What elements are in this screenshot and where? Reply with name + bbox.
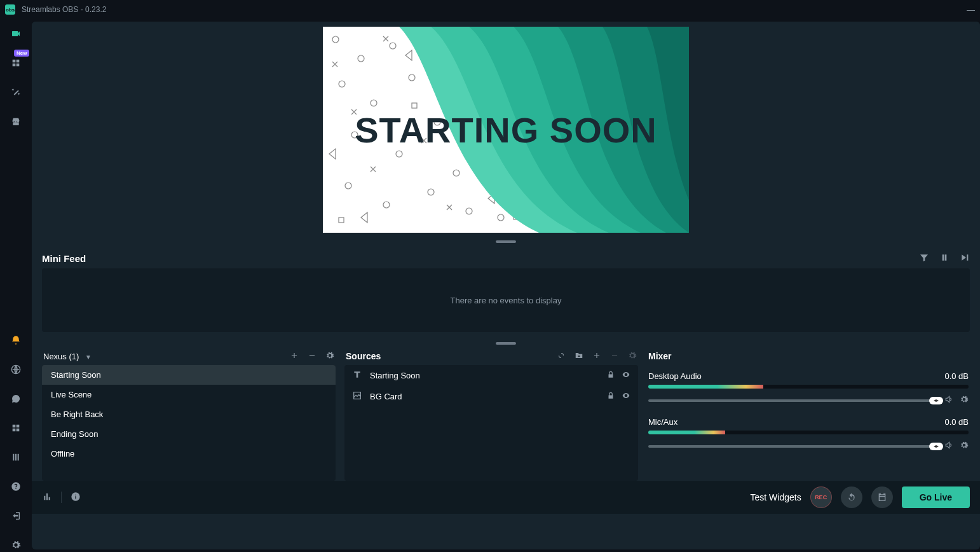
- scene-settings-icon[interactable]: [325, 351, 334, 362]
- scene-collection-dropdown[interactable]: Nexus (1) ▼: [43, 352, 92, 361]
- scene-item[interactable]: Be Right Back: [42, 404, 336, 424]
- mixer-channel: Mic/Aux0.0 dB◂▸: [647, 417, 970, 452]
- mixer-list: Desktop Audio0.0 dB◂▸Mic/Aux0.0 dB◂▸: [647, 365, 970, 463]
- nav-help-icon[interactable]: [9, 480, 23, 493]
- source-folder-icon[interactable]: [575, 351, 583, 362]
- go-live-button[interactable]: Go Live: [902, 486, 970, 508]
- mixer-settings-icon[interactable]: [960, 395, 969, 406]
- nav-apps-icon[interactable]: [9, 421, 23, 435]
- window-minimize-icon[interactable]: ―: [967, 5, 975, 15]
- source-label: Starting Soon: [370, 371, 420, 380]
- stats-icon[interactable]: [42, 492, 52, 504]
- source-type-icon: [352, 369, 362, 382]
- mini-feed-empty-text: There are no events to display: [451, 296, 562, 305]
- mixer-settings-icon[interactable]: [960, 441, 969, 452]
- schedule-button[interactable]: [871, 486, 893, 508]
- info-icon[interactable]: [71, 492, 81, 504]
- mixer-channel-name: Desktop Audio: [648, 371, 702, 381]
- chevron-down-icon: ▼: [85, 354, 92, 361]
- titlebar: obs Streamlabs OBS - 0.23.2 ―: [0, 0, 980, 19]
- app-logo-icon: obs: [5, 4, 15, 15]
- source-lock-icon[interactable]: [606, 391, 615, 402]
- mixer-volume-slider[interactable]: ◂▸: [648, 399, 938, 402]
- mixer-channel-db: 0.0 dB: [944, 371, 969, 381]
- scenes-panel: Nexus (1) ▼ Starting SoonLive SceneBe Ri…: [42, 347, 336, 481]
- mini-feed-panel: Mini Feed There are no events to display: [32, 245, 980, 340]
- nav-editor-icon[interactable]: [9, 27, 23, 41]
- mixer-meter: [648, 385, 969, 389]
- scene-add-icon[interactable]: [290, 351, 299, 362]
- nav-themes-icon[interactable]: New: [9, 56, 23, 70]
- nav-layout-icon[interactable]: [9, 450, 23, 464]
- feed-pause-icon[interactable]: [939, 252, 949, 265]
- source-settings-icon[interactable]: [628, 351, 637, 362]
- mixer-meter: [648, 431, 969, 434]
- source-remove-icon[interactable]: [610, 351, 619, 362]
- mixer-channel: Desktop Audio0.0 dB◂▸: [647, 371, 970, 406]
- source-item[interactable]: BG Card: [344, 386, 638, 407]
- drag-handle-2[interactable]: [32, 340, 980, 347]
- source-item[interactable]: Starting Soon: [344, 365, 638, 386]
- source-lock-icon[interactable]: [606, 370, 615, 381]
- feed-skip-icon[interactable]: [960, 252, 970, 265]
- mixer-mute-icon[interactable]: [944, 395, 953, 406]
- sources-title: Sources: [346, 351, 381, 361]
- mini-feed-title: Mini Feed: [42, 253, 86, 264]
- mini-feed-body: There are no events to display: [42, 268, 970, 332]
- source-type-icon: [352, 390, 362, 403]
- source-visibility-icon[interactable]: [622, 370, 630, 381]
- preview-area[interactable]: STARTING SOON: [32, 22, 980, 238]
- scene-collection-label: Nexus (1): [43, 352, 79, 361]
- stream-preview[interactable]: STARTING SOON: [323, 27, 689, 233]
- feed-filter-icon[interactable]: [919, 252, 929, 265]
- source-list: Starting SoonBG Card: [344, 365, 638, 481]
- source-add-icon[interactable]: [592, 351, 601, 362]
- scene-item[interactable]: Ending Soon: [42, 424, 336, 444]
- replay-button[interactable]: [841, 486, 862, 508]
- test-widgets-button[interactable]: Test Widgets: [751, 492, 801, 502]
- scene-item[interactable]: Offline: [42, 444, 336, 464]
- mixer-channel-db: 0.0 dB: [944, 417, 969, 427]
- scene-remove-icon[interactable]: [308, 351, 316, 362]
- scene-item[interactable]: Starting Soon: [42, 365, 336, 385]
- window-title: Streamlabs OBS - 0.23.2: [22, 5, 106, 14]
- scene-list: Starting SoonLive SceneBe Right BackEndi…: [42, 365, 336, 481]
- mixer-title: Mixer: [648, 351, 672, 361]
- mixer-volume-slider[interactable]: ◂▸: [648, 445, 938, 448]
- separator: [61, 492, 62, 503]
- drag-handle-1[interactable]: [32, 238, 980, 245]
- new-badge: New: [14, 50, 29, 57]
- sources-panel: Sources Starting SoonBG Card: [344, 347, 638, 481]
- nav-logout-icon[interactable]: [9, 509, 23, 523]
- nav-store-icon[interactable]: [9, 114, 23, 128]
- scene-item[interactable]: Live Scene: [42, 385, 336, 404]
- mixer-panel: Mixer Desktop Audio0.0 dB◂▸Mic/Aux0.0 dB…: [647, 347, 970, 481]
- source-visibility-icon[interactable]: [622, 391, 630, 402]
- bottom-bar: Test Widgets REC Go Live: [32, 481, 980, 514]
- nav-magic-icon[interactable]: [9, 85, 23, 99]
- left-nav: New: [0, 19, 32, 552]
- mixer-channel-name: Mic/Aux: [648, 417, 677, 427]
- source-transition-icon[interactable]: [557, 351, 566, 362]
- record-button[interactable]: REC: [810, 486, 832, 508]
- nav-notify-icon[interactable]: [9, 333, 23, 347]
- source-label: BG Card: [370, 392, 402, 401]
- nav-settings-icon[interactable]: [9, 538, 23, 552]
- nav-chat-icon[interactable]: [9, 392, 23, 406]
- mixer-mute-icon[interactable]: [944, 441, 953, 452]
- nav-globe-icon[interactable]: [9, 362, 23, 376]
- preview-overlay-text: STARTING SOON: [355, 109, 657, 151]
